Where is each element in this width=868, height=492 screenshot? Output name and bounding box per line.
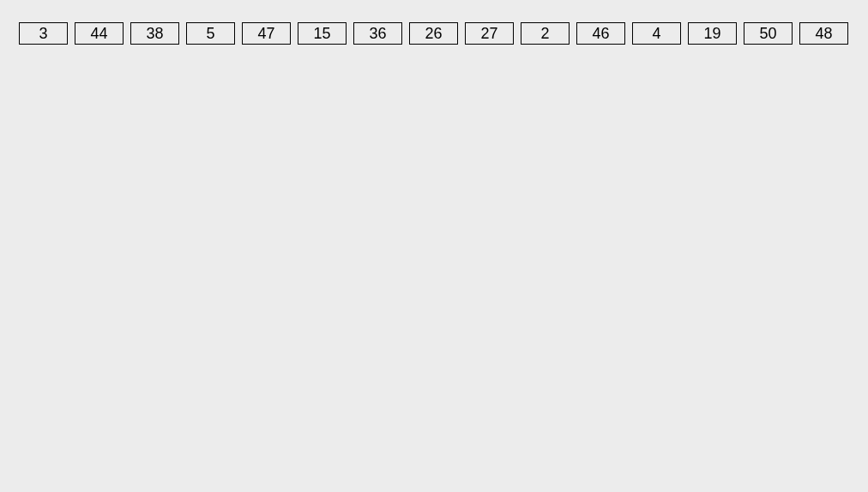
- number-button-11[interactable]: 4: [632, 22, 681, 45]
- number-button-10[interactable]: 46: [576, 22, 625, 45]
- number-button-6[interactable]: 36: [353, 22, 402, 45]
- number-button-0[interactable]: 3: [19, 22, 68, 45]
- number-button-5[interactable]: 15: [298, 22, 347, 45]
- number-button-3[interactable]: 5: [186, 22, 235, 45]
- number-button-12[interactable]: 19: [688, 22, 737, 45]
- number-button-2[interactable]: 38: [130, 22, 179, 45]
- button-row: 3 44 38 5 47 15 36 26 27 2 46 4 19 50 48: [0, 0, 868, 67]
- number-button-4[interactable]: 47: [242, 22, 291, 45]
- number-button-7[interactable]: 26: [409, 22, 458, 45]
- number-button-14[interactable]: 48: [799, 22, 848, 45]
- number-button-13[interactable]: 50: [744, 22, 793, 45]
- number-button-8[interactable]: 27: [465, 22, 514, 45]
- number-button-1[interactable]: 44: [75, 22, 124, 45]
- number-button-9[interactable]: 2: [521, 22, 570, 45]
